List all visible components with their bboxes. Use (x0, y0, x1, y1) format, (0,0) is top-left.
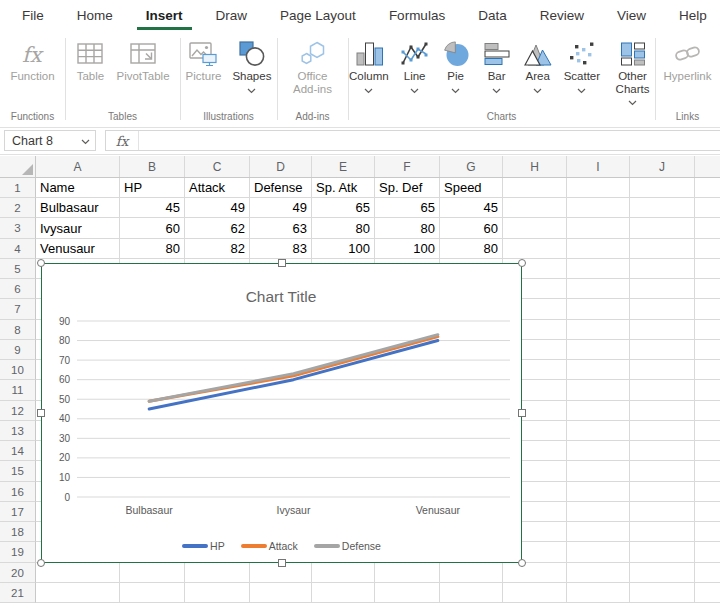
cell-F2[interactable]: 65 (375, 198, 440, 218)
cell-D3[interactable]: 63 (250, 218, 312, 239)
cell-J15[interactable] (630, 461, 695, 482)
row-header-17[interactable]: 17 (0, 502, 36, 522)
cell-I2[interactable] (567, 198, 630, 218)
cell-F1[interactable]: Sp. Def (375, 178, 440, 198)
cell-J19[interactable] (630, 542, 695, 563)
cell-B2[interactable]: 45 (120, 198, 185, 218)
column-header-f[interactable]: F (375, 156, 440, 177)
chart-resize-handle-top[interactable] (278, 259, 286, 267)
shapes-button[interactable]: Shapes (231, 37, 272, 93)
cell-C1[interactable]: Attack (185, 178, 250, 198)
cell-I11[interactable] (567, 380, 630, 401)
cell-I7[interactable] (567, 299, 630, 320)
cell-J13[interactable] (630, 421, 695, 441)
cell-C21[interactable] (185, 583, 250, 603)
column-header-c[interactable]: C (185, 156, 250, 177)
cell-I13[interactable] (567, 421, 630, 441)
other-charts-button[interactable]: Other Charts (610, 37, 655, 109)
row-header-11[interactable]: 11 (0, 380, 36, 401)
column-header-b[interactable]: B (120, 156, 185, 177)
cell-J12[interactable] (630, 401, 695, 421)
cell-G3[interactable]: 60 (440, 218, 503, 239)
select-all-corner[interactable] (0, 156, 36, 177)
row-header-4[interactable]: 4 (0, 239, 36, 259)
row-header-5[interactable]: 5 (0, 259, 36, 279)
cell-C3[interactable]: 62 (185, 218, 250, 239)
tab-home[interactable]: Home (77, 0, 113, 30)
chart-resize-handle-bottom-right[interactable] (518, 559, 526, 567)
row-header-18[interactable]: 18 (0, 522, 36, 542)
row-header-8[interactable]: 8 (0, 320, 36, 340)
cell-J2[interactable] (630, 198, 695, 218)
tab-data[interactable]: Data (478, 0, 507, 30)
cell-I16[interactable] (567, 482, 630, 502)
row-header-7[interactable]: 7 (0, 299, 36, 320)
cell-H21[interactable] (503, 583, 567, 603)
row-header-19[interactable]: 19 (0, 542, 36, 563)
cell-A2[interactable]: Bulbasaur (36, 198, 120, 218)
cell-H3[interactable] (503, 218, 567, 239)
cell-J17[interactable] (630, 502, 695, 522)
cell-J3[interactable] (630, 218, 695, 239)
cell-B21[interactable] (120, 583, 185, 603)
cell-E3[interactable]: 80 (312, 218, 375, 239)
row-header-3[interactable]: 3 (0, 218, 36, 239)
cell-G20[interactable] (440, 563, 503, 583)
cell-I3[interactable] (567, 218, 630, 239)
cell-E21[interactable] (312, 583, 375, 603)
row-header-20[interactable]: 20 (0, 563, 36, 583)
cell-A1[interactable]: Name (36, 178, 120, 198)
tab-file[interactable]: File (22, 0, 44, 30)
cell-I12[interactable] (567, 401, 630, 421)
cell-B3[interactable]: 60 (120, 218, 185, 239)
row-header-10[interactable]: 10 (0, 360, 36, 380)
cell-J8[interactable] (630, 320, 695, 340)
cell-G21[interactable] (440, 583, 503, 603)
chart-resize-handle-bottom[interactable] (278, 559, 286, 567)
cell-I19[interactable] (567, 542, 630, 563)
cell-I1[interactable] (567, 178, 630, 198)
cell-I10[interactable] (567, 360, 630, 380)
row-header-21[interactable]: 21 (0, 583, 36, 603)
row-header-6[interactable]: 6 (0, 279, 36, 299)
name-box[interactable]: Chart 8 (4, 130, 96, 151)
cell-J4[interactable] (630, 239, 695, 259)
cell-F4[interactable]: 100 (375, 239, 440, 259)
chart-resize-handle-top-right[interactable] (518, 259, 526, 267)
cell-J5[interactable] (630, 259, 695, 279)
cell-C2[interactable]: 49 (185, 198, 250, 218)
cell-I4[interactable] (567, 239, 630, 259)
cell-E4[interactable]: 100 (312, 239, 375, 259)
row-header-9[interactable]: 9 (0, 340, 36, 360)
row-header-14[interactable]: 14 (0, 441, 36, 461)
tab-insert[interactable]: Insert (146, 0, 183, 30)
cell-J16[interactable] (630, 482, 695, 502)
cell-J1[interactable] (630, 178, 695, 198)
cell-J6[interactable] (630, 279, 695, 299)
row-header-1[interactable]: 1 (0, 178, 36, 198)
cell-J10[interactable] (630, 360, 695, 380)
row-header-2[interactable]: 2 (0, 198, 36, 218)
cell-F3[interactable]: 80 (375, 218, 440, 239)
cell-E1[interactable]: Sp. Atk (312, 178, 375, 198)
cell-F20[interactable] (375, 563, 440, 583)
cell-I6[interactable] (567, 279, 630, 299)
cell-D2[interactable]: 49 (250, 198, 312, 218)
cell-I17[interactable] (567, 502, 630, 522)
cell-H2[interactable] (503, 198, 567, 218)
cell-G1[interactable]: Speed (440, 178, 503, 198)
cell-G2[interactable]: 45 (440, 198, 503, 218)
tab-draw[interactable]: Draw (216, 0, 248, 30)
chart-resize-handle-left[interactable] (37, 409, 45, 417)
cell-J18[interactable] (630, 522, 695, 542)
tab-help[interactable]: Help (679, 0, 707, 30)
cell-I9[interactable] (567, 340, 630, 360)
cell-G4[interactable]: 80 (440, 239, 503, 259)
scatter-button[interactable]: Scatter (563, 37, 601, 93)
column-button[interactable]: Column (348, 37, 390, 93)
cell-B1[interactable]: HP (120, 178, 185, 198)
cell-H20[interactable] (503, 563, 567, 583)
cell-I5[interactable] (567, 259, 630, 279)
chart-resize-handle-right[interactable] (518, 409, 526, 417)
chart-resize-handle-top-left[interactable] (37, 259, 45, 267)
